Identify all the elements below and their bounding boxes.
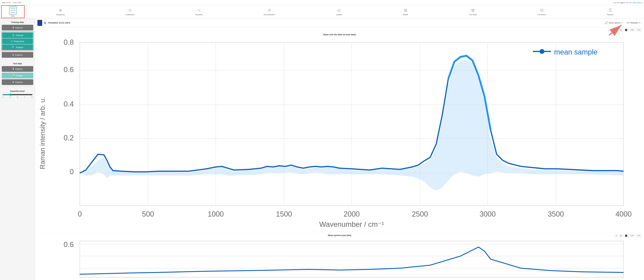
sigma-button[interactable]: σ bbox=[614, 28, 618, 32]
normalization-icon: ⊘ bbox=[268, 8, 271, 13]
login-text: You are logged in as bbox=[614, 2, 629, 4]
chart2-png-button[interactable]: PNG bbox=[629, 234, 635, 237]
expertise-slider[interactable] bbox=[2, 94, 33, 96]
svg-text:3500: 3500 bbox=[548, 210, 564, 218]
nav-item-quality[interactable]: ◎ Quality bbox=[334, 5, 344, 18]
logout-link[interactable]: (logout) bbox=[637, 2, 642, 4]
nav-items: ⊕ Despiking ⊙ Calibration ∿ Baseline ⊘ N… bbox=[26, 5, 644, 18]
export-icon: ⬇ bbox=[12, 54, 14, 56]
csv-button[interactable]: CSV bbox=[636, 29, 642, 31]
header-title: TRAINING DATA INFO bbox=[48, 22, 602, 24]
model-label: Model bbox=[403, 14, 408, 16]
nav-item-baseline[interactable]: ∿ Baseline bbox=[194, 5, 204, 18]
import-button[interactable]: ⬆ Import ▸ bbox=[2, 25, 33, 31]
training-data-title: Training data bbox=[0, 20, 35, 24]
png-button[interactable]: PNG bbox=[629, 29, 635, 31]
chart1-section: Mean over the data set (raw data) bbox=[35, 32, 644, 232]
predict-label: Predict bbox=[16, 74, 23, 77]
test-export-icon: ⬇ bbox=[12, 81, 14, 84]
test-import-button[interactable]: ⬆ Import ▸ bbox=[2, 66, 33, 72]
header-actions: 📈 Mean spectra − 🏷 Metadata + bbox=[604, 21, 642, 25]
data-icon: 010011011010101 bbox=[38, 20, 42, 26]
expertise-title: Expertise level bbox=[2, 90, 33, 92]
nav-item-model[interactable]: ⊞ Model bbox=[401, 5, 410, 18]
svg-text:0.6: 0.6 bbox=[64, 240, 74, 248]
nav-item-prediction[interactable]: ⊟ Prediction bbox=[536, 5, 548, 18]
reports-icon: ☰ bbox=[608, 8, 612, 13]
predict-button[interactable]: 💡 Predict bbox=[2, 73, 33, 78]
svg-text:500: 500 bbox=[142, 210, 154, 218]
nav-item-despiking[interactable]: ⊕ Despiking bbox=[54, 5, 66, 18]
nav-item-calibration[interactable]: ⊙ Calibration bbox=[124, 5, 136, 18]
normalization-label: Normalization bbox=[264, 14, 275, 16]
expertise-slider-wrap: 1 3 5 7 9 bbox=[2, 94, 33, 98]
content-area: 010011011010101 i TRAINING DATA INFO 📈 M… bbox=[35, 19, 644, 280]
metadata-plus: + bbox=[639, 22, 640, 24]
nav-item-reports[interactable]: ☰ Reports bbox=[605, 5, 615, 18]
svg-text:Raman intensity / arb. u.: Raman intensity / arb. u. bbox=[39, 97, 46, 169]
pretreat-button[interactable]: ⚡ Pretreat bbox=[2, 32, 33, 38]
model-icon: ⊞ bbox=[404, 8, 407, 13]
despiking-icon: ⊕ bbox=[59, 8, 62, 13]
mean-spectra-button[interactable]: 📈 Mean spectra − bbox=[604, 21, 624, 25]
svg-point-35 bbox=[540, 49, 544, 54]
tick-9: 9 bbox=[32, 96, 32, 98]
sidebar-divider bbox=[0, 60, 35, 60]
svg-text:2500: 2500 bbox=[412, 210, 428, 218]
pretreat-label: Pretreat bbox=[16, 34, 23, 37]
chart2-grid-button[interactable]: ⊞ bbox=[619, 234, 623, 237]
expertise-ticks: 1 3 5 7 9 bbox=[2, 96, 33, 98]
predict-icon: 💡 bbox=[12, 74, 15, 77]
info-badge: i bbox=[44, 22, 46, 24]
grid-button[interactable]: ⊞ bbox=[619, 28, 623, 32]
chart2-sigma-button[interactable]: σ bbox=[614, 234, 618, 237]
testdata-label: Test data bbox=[469, 14, 477, 16]
testdata-icon: ⊠ bbox=[471, 8, 474, 13]
preprocess-button[interactable]: ✂ Preprocess bbox=[2, 38, 33, 44]
metadata-button[interactable]: 🏷 Metadata + bbox=[626, 21, 642, 25]
logo-icon: 01001 10110 10101 bbox=[9, 7, 16, 15]
chart2-title: Mean spectra (raw data) bbox=[188, 234, 490, 236]
chart1-title: Mean over the data set (raw data) bbox=[38, 34, 642, 36]
analyze-button[interactable]: 🔍 Analyze bbox=[2, 44, 33, 50]
test-import-label: Import ▸ bbox=[15, 68, 23, 70]
svg-text:mean sample: mean sample bbox=[554, 48, 598, 56]
tick-1: 1 bbox=[3, 96, 4, 98]
svg-text:1000: 1000 bbox=[208, 210, 224, 218]
nav-logo-label: Data bbox=[11, 15, 15, 17]
svg-text:0: 0 bbox=[70, 168, 74, 176]
chart2-layers-button[interactable]: ⬛ bbox=[624, 234, 628, 237]
metadata-label: Metadata bbox=[630, 22, 638, 24]
export-label: Export ▸ bbox=[15, 54, 23, 56]
test-import-icon: ⬆ bbox=[12, 68, 14, 70]
pretreat-icon: ⚡ bbox=[12, 34, 15, 37]
calibration-icon: ⊙ bbox=[128, 8, 132, 13]
cpu-stat: CPU: 0.3% bbox=[13, 2, 21, 4]
layers-button[interactable]: ⬛ bbox=[624, 28, 628, 32]
chart2-csv-button[interactable]: CSV bbox=[636, 234, 642, 237]
svg-text:0.4: 0.4 bbox=[64, 100, 74, 108]
export-button[interactable]: ⬇ Export ▸ bbox=[2, 52, 33, 58]
nav-item-normalization[interactable]: ⊘ Normalization bbox=[262, 5, 277, 18]
ram-stat: RAM: 31.6% bbox=[2, 2, 11, 4]
calibration-label: Calibration bbox=[126, 14, 134, 16]
nav-item-testdata[interactable]: ⊠ Test data bbox=[467, 5, 478, 18]
expertise-section: Expertise level 1 3 5 7 9 bbox=[0, 89, 35, 100]
main-layout: Training data ⬆ Import ▸ ⚡ Pretreat ✂ Pr… bbox=[0, 19, 644, 280]
svg-rect-37 bbox=[80, 241, 624, 277]
mean-spectra-icon: 📈 bbox=[605, 21, 608, 25]
username-link[interactable]: HAL_9000 bbox=[629, 2, 636, 4]
despiking-label: Despiking bbox=[56, 14, 64, 16]
svg-text:0: 0 bbox=[78, 210, 82, 218]
svg-text:0.2: 0.2 bbox=[64, 134, 74, 142]
svg-text:4000: 4000 bbox=[616, 210, 632, 218]
nav-logo[interactable]: 01001 10110 10101 Data bbox=[1, 5, 24, 18]
mean-spectra-label: Mean spectra bbox=[609, 22, 620, 24]
quality-label: Quality bbox=[336, 14, 342, 16]
analyze-label: Analyze bbox=[16, 46, 23, 49]
sidebar-divider-2 bbox=[0, 87, 35, 87]
test-export-button[interactable]: ⬇ Export ▸ bbox=[2, 79, 33, 85]
user-info: You are logged in as HAL_9000 (logout) bbox=[614, 2, 642, 4]
import-icon: ⬆ bbox=[12, 26, 14, 29]
tick-3: 3 bbox=[10, 96, 11, 98]
